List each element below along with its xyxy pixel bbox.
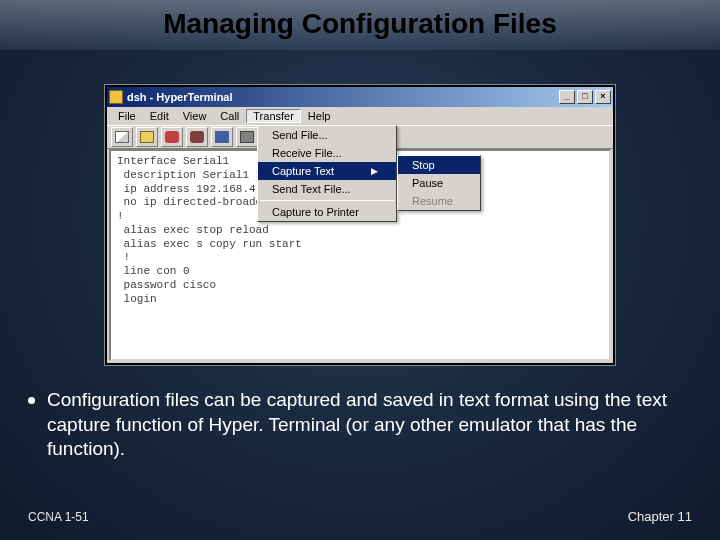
submenu-item-stop[interactable]: Stop: [398, 156, 480, 174]
menu-transfer[interactable]: Transfer: [246, 109, 301, 123]
hyperterminal-window: dsh - HyperTerminal _ □ × File Edit View…: [105, 85, 615, 365]
tool-new[interactable]: [111, 127, 133, 147]
menu-item-capture-to-printer[interactable]: Capture to Printer: [258, 203, 396, 221]
menu-item-receive-file[interactable]: Receive File...: [258, 144, 396, 162]
menu-separator: [260, 200, 394, 201]
tool-open[interactable]: [136, 127, 158, 147]
menu-file[interactable]: File: [111, 109, 143, 123]
app-icon: [109, 90, 123, 104]
close-button[interactable]: ×: [595, 90, 611, 104]
phone-down-icon: [190, 131, 204, 143]
tool-hangup[interactable]: [186, 127, 208, 147]
folder-icon: [140, 131, 154, 143]
window-titlebar: dsh - HyperTerminal _ □ ×: [107, 87, 613, 107]
slide-title: Managing Configuration Files: [0, 0, 720, 40]
menu-call[interactable]: Call: [213, 109, 246, 123]
document-icon: [115, 131, 129, 143]
submenu-item-pause[interactable]: Pause: [398, 174, 480, 192]
menu-item-capture-text[interactable]: Capture Text▶: [258, 162, 396, 180]
phone-icon: [165, 131, 179, 143]
menu-help[interactable]: Help: [301, 109, 338, 123]
menu-view[interactable]: View: [176, 109, 214, 123]
tool-properties[interactable]: [236, 127, 258, 147]
tool-call[interactable]: [161, 127, 183, 147]
bullet-text: Configuration files can be captured and …: [47, 388, 692, 462]
capture-text-submenu: Stop Pause Resume: [397, 155, 481, 211]
maximize-button[interactable]: □: [577, 90, 593, 104]
tool-send[interactable]: [211, 127, 233, 147]
slide-bullet: Configuration files can be captured and …: [28, 388, 692, 462]
properties-icon: [240, 131, 254, 143]
submenu-arrow-icon: ▶: [371, 166, 378, 176]
send-icon: [215, 131, 229, 143]
submenu-item-resume[interactable]: Resume: [398, 192, 480, 210]
footer-right: Chapter 11: [628, 509, 692, 524]
menubar: File Edit View Call Transfer Help: [107, 107, 613, 125]
menu-item-send-file[interactable]: Send File...: [258, 126, 396, 144]
minimize-button[interactable]: _: [559, 90, 575, 104]
menu-item-send-text-file[interactable]: Send Text File...: [258, 180, 396, 198]
bullet-icon: [28, 397, 35, 404]
menu-edit[interactable]: Edit: [143, 109, 176, 123]
footer-left: CCNA 1-51: [28, 510, 89, 524]
window-title: dsh - HyperTerminal: [127, 91, 557, 103]
transfer-menu: Send File... Receive File... Capture Tex…: [257, 125, 397, 222]
